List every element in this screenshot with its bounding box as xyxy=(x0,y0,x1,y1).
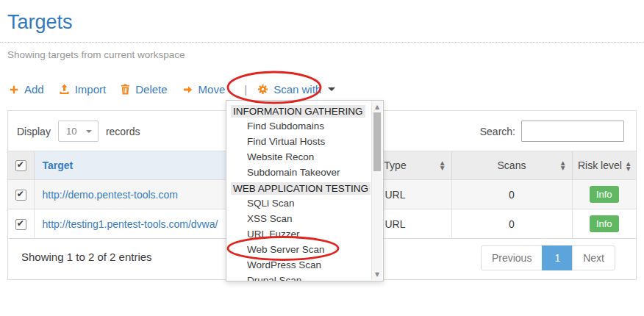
menu-item-find-subdomains[interactable]: Find Subdomains xyxy=(226,118,371,134)
scans-cell: 0 xyxy=(451,180,572,209)
menu-item-subdomain-takeover[interactable]: Subdomain Takeover xyxy=(226,165,371,180)
search-control: Search: xyxy=(480,121,624,142)
risk-info-badge[interactable]: Info xyxy=(590,215,619,232)
upload-icon xyxy=(59,84,70,95)
menu-category-web-application-testing: WEB APPLICATION TESTING xyxy=(226,180,371,195)
display-count-value: 10 xyxy=(66,126,76,137)
page-title: Targets xyxy=(0,0,644,35)
previous-page-button[interactable]: Previous xyxy=(481,245,543,270)
sort-icon xyxy=(626,161,631,171)
delete-button[interactable]: Delete xyxy=(121,83,167,96)
display-label: Display xyxy=(17,126,51,137)
chevron-down-icon xyxy=(328,87,335,91)
scroll-down-icon[interactable]: ▼ xyxy=(372,271,382,278)
gear-icon xyxy=(257,84,268,95)
risk-info-badge[interactable]: Info xyxy=(590,186,619,203)
scan-with-label: Scan with xyxy=(273,83,321,96)
row-checkbox[interactable] xyxy=(15,219,26,230)
menu-scrollbar[interactable]: ▲ ▼ xyxy=(371,101,382,280)
move-button[interactable]: Move xyxy=(182,83,226,96)
page-subtitle: Showing targets from current workspace xyxy=(0,43,644,60)
column-header-scans[interactable]: Scans xyxy=(451,151,572,180)
target-link[interactable]: http://demo.pentest-tools.com xyxy=(43,189,178,201)
search-input[interactable] xyxy=(521,121,624,142)
menu-category-information-gathering: INFORMATION GATHERING xyxy=(226,103,371,118)
display-count-select[interactable]: 10 xyxy=(58,121,99,142)
scan-with-button[interactable]: Scan with xyxy=(257,83,335,96)
targets-toolbar: Add Import Delete Move | Scan with xyxy=(9,83,637,96)
scroll-up-icon[interactable]: ▲ xyxy=(372,104,382,110)
toolbar-separator: | xyxy=(244,83,247,96)
sort-icon xyxy=(561,160,565,170)
select-all-checkbox[interactable] xyxy=(15,160,26,171)
select-caret-icon xyxy=(86,130,92,133)
risk-header-label: Risk level xyxy=(578,159,622,171)
next-page-button[interactable]: Next xyxy=(572,245,615,270)
menu-item-sqli-scan[interactable]: SQLi Scan xyxy=(226,195,371,211)
row-checkbox[interactable] xyxy=(15,190,26,201)
menu-item-find-virtual-hosts[interactable]: Find Virtual Hosts xyxy=(226,134,371,149)
add-label: Add xyxy=(24,83,44,96)
add-button[interactable]: Add xyxy=(9,83,44,96)
column-header-risk[interactable]: Risk level xyxy=(572,151,636,180)
sort-icon xyxy=(440,160,445,170)
page-1-button[interactable]: 1 xyxy=(542,245,573,270)
arrow-right-icon xyxy=(182,85,193,95)
display-records-control: Display 10 records xyxy=(17,121,140,142)
menu-item-web-server-scan[interactable]: Web Server Scan xyxy=(226,242,371,257)
pagination: Previous 1 Next xyxy=(481,245,615,270)
type-header-label: Type xyxy=(384,159,406,171)
menu-item-url-fuzzer[interactable]: URL Fuzzer xyxy=(226,226,371,242)
search-label: Search: xyxy=(480,126,515,137)
import-button[interactable]: Import xyxy=(59,83,107,96)
scrollbar-thumb[interactable] xyxy=(373,112,381,171)
menu-item-drupal-scan[interactable]: Drupal Scan xyxy=(226,273,371,281)
target-link[interactable]: http://testing1.pentest-tools.com/dvwa/ xyxy=(43,218,218,230)
records-label: records xyxy=(106,126,140,137)
move-label: Move xyxy=(198,83,226,96)
menu-item-xss-scan[interactable]: XSS Scan xyxy=(226,211,371,226)
scans-header-label: Scans xyxy=(498,159,526,171)
scans-cell: 0 xyxy=(451,209,572,239)
delete-label: Delete xyxy=(135,83,167,96)
entries-summary: Showing 1 to 2 of 2 entries xyxy=(21,251,152,263)
scan-with-dropdown-menu: INFORMATION GATHERING Find Subdomains Fi… xyxy=(226,100,384,281)
trash-icon xyxy=(121,84,130,95)
select-all-header xyxy=(8,151,34,180)
menu-item-website-recon[interactable]: Website Recon xyxy=(226,149,371,165)
plus-icon xyxy=(9,85,19,95)
import-label: Import xyxy=(75,83,107,96)
menu-item-wordpress-scan[interactable]: WordPress Scan xyxy=(226,257,371,273)
